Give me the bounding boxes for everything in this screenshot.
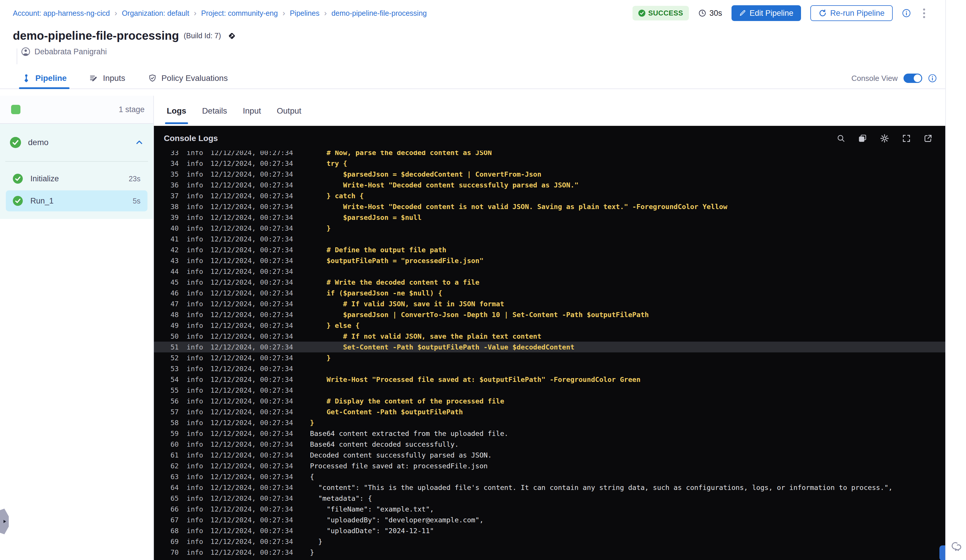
log-tab-output[interactable]: Output [275,96,303,126]
log-level: info [187,192,203,200]
breadcrumb-link[interactable]: Pipelines [290,9,319,18]
log-line-38: 38info12/12/2024, 00:27:34 Write-Host "D… [154,201,966,212]
step-name: Run_1 [30,197,54,205]
log-line-number: 41 [164,235,179,243]
log-line-number: 70 [164,549,179,557]
main-tabs: Pipeline Inputs Policy Evaluations Conso… [0,68,966,89]
help-chat-icon[interactable] [950,541,962,553]
log-timestamp: 12/12/2024, 00:27:34 [210,332,293,340]
log-line-43: 43info12/12/2024, 00:27:34 $outputFilePa… [154,255,966,266]
log-timestamp: 12/12/2024, 00:27:34 [210,365,293,373]
more-options-menu[interactable] [920,7,928,19]
breadcrumb-link[interactable]: Project: community-eng [201,9,278,18]
chevron-up-icon[interactable] [135,138,143,146]
log-timestamp: 12/12/2024, 00:27:34 [210,354,293,362]
log-line-number: 33 [164,151,179,157]
log-tab-details[interactable]: Details [200,96,229,126]
header-actions: SUCCESS 30s Edit Pipeline Re-run Pipelin… [632,5,928,21]
edit-pipeline-button[interactable]: Edit Pipeline [731,5,801,21]
step-initialize[interactable]: Initialize23s [6,168,148,189]
log-level: info [187,224,203,232]
log-level: info [187,203,203,211]
log-message: # Write the decoded content to a file [310,278,480,286]
breadcrumb-link[interactable]: Organization: default [122,9,189,18]
log-message: } [310,224,331,232]
log-line-44: 44info12/12/2024, 00:27:34 [154,266,966,277]
log-message: # Define the output file path [310,246,447,254]
log-level: info [187,419,203,427]
log-timestamp: 12/12/2024, 00:27:34 [210,268,293,276]
log-timestamp: 12/12/2024, 00:27:34 [210,537,293,546]
log-line-number: 66 [164,505,179,513]
log-line-70: 70info12/12/2024, 00:27:34} [154,547,966,558]
log-line-34: 34info12/12/2024, 00:27:34 try { [154,158,966,169]
log-line-60: 60info12/12/2024, 00:27:34Base64 content… [154,439,966,450]
fullscreen-icon[interactable] [902,134,911,143]
log-level: info [187,300,203,308]
log-timestamp: 12/12/2024, 00:27:34 [210,203,293,211]
right-rail [945,0,966,560]
stage-count: 1 stage [118,105,145,114]
log-line-48: 48info12/12/2024, 00:27:34 $parsedJson |… [154,309,966,320]
status-text: SUCCESS [648,9,683,17]
log-message: } [310,419,314,427]
settings-icon[interactable] [880,133,889,143]
log-message: $parsedJson = $null [310,213,422,222]
breadcrumb-separator: › [115,9,117,18]
log-line-66: 66info12/12/2024, 00:27:34 "fileName": "… [154,504,966,514]
log-line-53: 53info12/12/2024, 00:27:34 [154,363,966,374]
commit-icon[interactable] [227,31,236,40]
log-line-number: 39 [164,213,179,222]
log-timestamp: 12/12/2024, 00:27:34 [210,235,293,243]
step-run_1[interactable]: Run_15s [6,190,148,211]
inputs-icon [89,74,98,83]
log-level: info [187,505,203,513]
tab-inputs[interactable]: Inputs [89,68,125,89]
log-line-number: 45 [164,278,179,286]
breadcrumb-link[interactable]: demo-pipeline-file-processing [332,9,427,18]
console-view-toggle[interactable] [904,74,922,83]
log-line-number: 60 [164,440,179,448]
log-message: "content": "This is the uploaded file's … [310,483,893,492]
log-line-number: 42 [164,246,179,254]
info-icon[interactable] [902,9,911,18]
tab-policy-evaluations[interactable]: Policy Evaluations [148,68,228,89]
copy-icon[interactable] [858,134,867,143]
log-line-33: 33info12/12/2024, 00:27:34 # Now, parse … [154,151,966,158]
tab-pipeline[interactable]: Pipeline [22,68,67,89]
log-tab-logs[interactable]: Logs [165,96,188,126]
duration-text: 30s [709,9,722,18]
log-line-number: 40 [164,224,179,232]
log-timestamp: 12/12/2024, 00:27:34 [210,192,293,200]
log-message: "uploadedBy": "developer@example.com", [310,516,484,524]
log-level: info [187,440,203,448]
log-timestamp: 12/12/2024, 00:27:34 [210,310,293,319]
log-line-number: 62 [164,462,179,470]
log-level: info [187,473,203,481]
rerun-pipeline-button[interactable]: Re-run Pipeline [810,5,893,21]
log-message: } [310,354,331,362]
log-level: info [187,170,203,178]
log-level: info [187,235,203,243]
log-timestamp: 12/12/2024, 00:27:34 [210,527,293,535]
log-message: } catch { [310,192,364,200]
log-level: info [187,462,203,470]
duration: 30s [698,9,722,18]
console-view-info-icon[interactable] [928,74,937,83]
breadcrumb-link[interactable]: Account: app-harness-ng-cicd [13,9,110,18]
log-message: } [310,549,314,557]
page-title: demo-pipeline-file-processing [13,29,179,42]
log-line-50: 50info12/12/2024, 00:27:34 # If not vali… [154,331,966,342]
step-name: Initialize [30,174,59,183]
log-timestamp: 12/12/2024, 00:27:34 [210,181,293,189]
stage-group-header[interactable]: demo [0,124,153,161]
log-level: info [187,310,203,319]
log-tab-input[interactable]: Input [241,96,263,126]
search-icon[interactable] [836,134,846,143]
log-timestamp: 12/12/2024, 00:27:34 [210,505,293,513]
log-line-69: 69info12/12/2024, 00:27:34 } [154,536,966,547]
open-in-new-icon[interactable] [923,134,933,143]
console-view-label: Console View [851,74,898,83]
stage-tree-connector [16,48,17,64]
log-timestamp: 12/12/2024, 00:27:34 [210,440,293,448]
